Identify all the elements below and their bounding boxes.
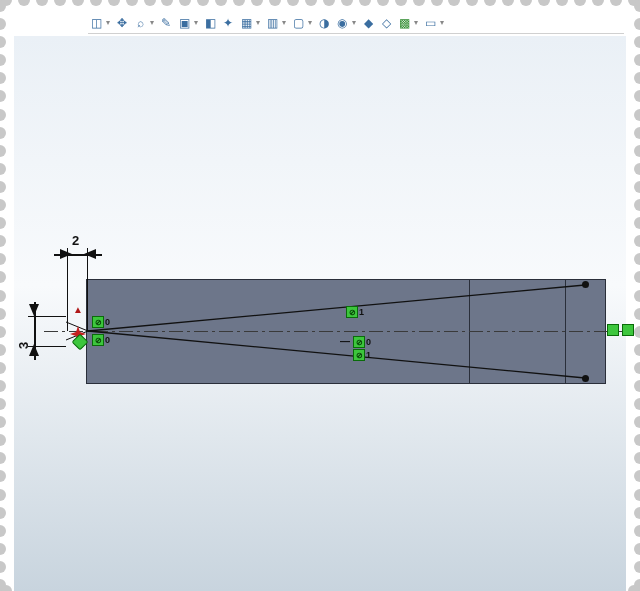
scenes-icon[interactable]: ◆ xyxy=(360,15,376,31)
dim2-ext1 xyxy=(67,248,68,331)
wrench-icon[interactable]: ✦ xyxy=(220,15,236,31)
view-axis-icon[interactable]: ✥ xyxy=(114,15,130,31)
border-left xyxy=(0,0,6,591)
diameter-icon: ⊘ xyxy=(346,306,358,318)
diameter-icon: ⊘ xyxy=(92,316,104,328)
dim2-arrow-right xyxy=(84,248,98,260)
apply-scene-icon[interactable]: ◇ xyxy=(378,15,394,31)
heads-up-view-toolbar: ◫ ▾ ✥ ⌕ ▾ ✎ ▣ ▾ ◧ ✦ ▦ ▾ ▥ ▾ ▢ ▾ ◑ ◉ ▾ ◆ … xyxy=(88,14,624,34)
dim3-arrow-top xyxy=(28,304,40,318)
section-icon[interactable]: ◧ xyxy=(202,15,218,31)
box-edges-icon[interactable]: ▥ xyxy=(264,15,280,31)
svg-marker-4 xyxy=(84,249,96,259)
diameter-icon: ⊘ xyxy=(353,336,365,348)
dropdown-icon[interactable]: ▾ xyxy=(150,18,156,27)
drag-handle-axis-2[interactable] xyxy=(622,324,634,336)
diameter-icon: ⊘ xyxy=(92,334,104,346)
svg-marker-5 xyxy=(29,304,39,316)
constraint-upper-dia-index: 1 xyxy=(359,308,364,317)
dim-horizontal-value[interactable]: 2 xyxy=(72,233,79,248)
constraint-a[interactable]: ⊘ 0 xyxy=(92,316,110,328)
sketch-line-lower[interactable] xyxy=(88,331,585,378)
dropdown-icon[interactable]: ▾ xyxy=(414,18,420,27)
dropdown-icon[interactable]: ▾ xyxy=(256,18,262,27)
endpoint-upper[interactable] xyxy=(582,281,589,288)
border-right xyxy=(634,0,640,591)
dropdown-icon[interactable]: ▾ xyxy=(352,18,358,27)
perspective-icon[interactable]: ◑ xyxy=(316,15,332,31)
constraint-lower-dia[interactable]: — ⊘ 0 ⊘ 1 xyxy=(340,336,371,361)
origin-arrow-icon: ▲ xyxy=(73,304,83,315)
constraint-lower-idx0: 0 xyxy=(366,338,371,347)
constraint-upper-dia[interactable]: ⊘ 1 xyxy=(346,306,364,318)
dropdown-icon[interactable]: ▾ xyxy=(440,18,446,27)
constraint-b[interactable]: ⊘ 0 xyxy=(92,334,110,346)
dropdown-icon[interactable]: ▾ xyxy=(194,18,200,27)
border-top xyxy=(0,0,640,6)
monitor-icon[interactable]: ▭ xyxy=(422,15,438,31)
dim2-ext2 xyxy=(87,248,88,331)
svg-marker-6 xyxy=(29,344,39,356)
sketch-lines xyxy=(14,36,626,591)
dropdown-icon[interactable]: ▾ xyxy=(106,18,112,27)
render-icon[interactable]: ▩ xyxy=(396,15,412,31)
view-cube-icon[interactable]: ◫ xyxy=(88,15,104,31)
constraint-a-index: 0 xyxy=(105,318,110,327)
constraint-lower-idx1: 1 xyxy=(366,351,371,360)
endpoint-lower[interactable] xyxy=(582,375,589,382)
box-blank-icon[interactable]: ▢ xyxy=(290,15,306,31)
dim2-arrow-left xyxy=(60,248,74,260)
sketch-line-upper[interactable] xyxy=(88,285,585,331)
hide-show-icon[interactable]: ◉ xyxy=(334,15,350,31)
diameter-icon: ⊘ xyxy=(353,349,365,361)
display-style-icon[interactable]: ▣ xyxy=(176,15,192,31)
drag-handle-axis[interactable] xyxy=(607,324,619,336)
dim3-arrow-bottom xyxy=(28,344,40,358)
sketch-canvas: ▲ 2 3 ⊘ 0 ⊘ 0 ⊘ 1 — xyxy=(14,36,626,591)
svg-marker-3 xyxy=(60,249,72,259)
dropdown-icon[interactable]: ▾ xyxy=(308,18,314,27)
constraint-b-index: 0 xyxy=(105,336,110,345)
graphics-viewport[interactable]: ▲ 2 3 ⊘ 0 ⊘ 0 ⊘ 1 — xyxy=(14,36,626,591)
horizontal-icon: — xyxy=(340,336,350,347)
box-shaded-icon[interactable]: ▦ xyxy=(238,15,254,31)
wand-icon[interactable]: ✎ xyxy=(158,15,174,31)
dropdown-icon[interactable]: ▾ xyxy=(282,18,288,27)
zoom-fit-icon[interactable]: ⌕ xyxy=(132,15,148,31)
